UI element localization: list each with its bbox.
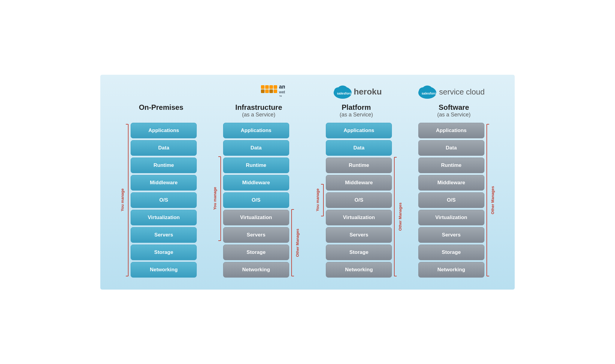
saas-title: Software	[407, 103, 501, 112]
bracket-iaas-left-group: You manage	[213, 156, 221, 244]
box-paas-networking: Networking	[326, 262, 392, 278]
service-cloud-logo: salesforce service cloud	[418, 84, 485, 99]
column-iaas: You manage Applications Data Runtime Mid…	[213, 123, 300, 278]
box-saas-data: Data	[418, 140, 484, 156]
main-content: You manage Applications Data Runtime Mid…	[112, 123, 503, 278]
on-premises-title: On-Premises	[115, 103, 208, 112]
svg-rect-5	[269, 89, 273, 93]
iaas-subtitle: (as a Service)	[212, 112, 305, 118]
box-op-servers: Servers	[131, 227, 197, 243]
box-paas-middleware: Middleware	[326, 175, 392, 191]
stack-saas: Applications Data Runtime Middleware O/S…	[418, 123, 484, 278]
box-iaas-servers: Servers	[223, 227, 289, 243]
column-on-premises: You manage Applications Data Runtime Mid…	[120, 123, 197, 278]
header-iaas: Infrastructure (as a Service)	[212, 103, 305, 118]
salesforce-cloud-service-icon: salesforce	[418, 84, 437, 99]
bracket-paas-left-group: You manage	[315, 184, 324, 217]
svg-rect-4	[265, 89, 269, 93]
headers-row: On-Premises Infrastructure (as a Service…	[112, 103, 503, 118]
box-iaas-storage: Storage	[223, 245, 289, 260]
box-saas-os: O/S	[418, 192, 484, 208]
bracket-svg-right-iaas	[291, 209, 295, 277]
svg-rect-7	[274, 89, 277, 93]
column-saas: Applications Data Runtime Middleware O/S…	[418, 123, 495, 278]
column-paas: You manage Applications Data Runtime Mid…	[315, 123, 402, 278]
box-op-os: O/S	[131, 192, 197, 208]
header-on-premises: On-Premises	[115, 103, 208, 118]
header-saas: Software (as a Service)	[407, 103, 501, 118]
saas-subtitle: (as a Service)	[407, 112, 501, 118]
aws-icon: amazon web services ™	[258, 84, 285, 100]
bracket-iaas-other-manages: Other Manages	[291, 209, 300, 277]
service-cloud-text: service cloud	[439, 87, 485, 97]
bracket-svg-left-paas	[320, 184, 324, 217]
box-paas-data: Data	[326, 140, 392, 156]
svg-text:web services: web services	[279, 90, 285, 94]
box-saas-networking: Networking	[418, 262, 484, 278]
box-iaas-runtime: Runtime	[223, 158, 289, 173]
bracket-saas-right-group: Other Manages	[486, 124, 495, 277]
svg-rect-6	[274, 85, 277, 89]
bracket-label-other-manages-paas: Other Manages	[398, 203, 402, 231]
bracket-label-you-manage-iaas: You manage	[213, 187, 217, 210]
paas-title: Platform	[310, 103, 403, 112]
bracket-label-other-manages-saas: Other Manages	[490, 186, 495, 214]
box-saas-applications: Applications	[418, 123, 484, 138]
bracket-iaas-right-group: Other Manages	[291, 124, 300, 277]
box-iaas-virtualization: Virtualization	[223, 210, 289, 225]
bracket-paas-right-group: Other Manages	[394, 124, 402, 277]
svg-text:amazon: amazon	[279, 84, 285, 90]
box-iaas-data: Data	[223, 140, 289, 156]
svg-text:salesforce: salesforce	[337, 92, 353, 95]
bracket-svg-left-op	[125, 124, 129, 277]
svg-rect-1	[265, 85, 269, 89]
svg-rect-3	[261, 89, 265, 93]
header-paas: Platform (as a Service)	[310, 103, 403, 118]
svg-rect-2	[269, 85, 273, 89]
box-op-applications: Applications	[131, 123, 197, 138]
iaas-title: Infrastructure	[212, 103, 305, 112]
logos-row: amazon web services ™ salesforce heroku	[112, 84, 503, 100]
box-paas-os: O/S	[326, 192, 392, 208]
box-iaas-networking: Networking	[223, 262, 289, 278]
bracket-svg-right-saas	[486, 124, 490, 277]
box-paas-servers: Servers	[326, 227, 392, 243]
box-saas-virtualization: Virtualization	[418, 210, 484, 225]
box-op-storage: Storage	[131, 245, 197, 260]
bracket-label-you-manage-paas: You manage	[315, 188, 320, 211]
box-saas-storage: Storage	[418, 245, 484, 260]
heroku-text: heroku	[354, 87, 382, 97]
box-op-middleware: Middleware	[131, 175, 197, 191]
box-paas-applications: Applications	[326, 123, 392, 138]
salesforce-cloud-heroku-icon: salesforce	[333, 84, 353, 99]
box-paas-storage: Storage	[326, 245, 392, 260]
box-saas-middleware: Middleware	[418, 175, 484, 191]
bracket-you-manage-on-premises: You manage	[120, 124, 129, 277]
bracket-spacer	[213, 241, 221, 244]
box-saas-servers: Servers	[418, 227, 484, 243]
svg-text:™: ™	[279, 95, 282, 98]
bracket-svg-right-paas	[394, 157, 398, 277]
stack-paas: Applications Data Runtime Middleware O/S…	[326, 123, 392, 278]
bracket-iaas-you-manage: You manage	[213, 156, 221, 241]
bracket-label-other-manages-iaas: Other Manages	[295, 229, 300, 257]
paas-subtitle: (as a Service)	[310, 112, 403, 118]
heroku-logo: salesforce heroku	[333, 84, 382, 99]
svg-text:salesforce: salesforce	[422, 92, 437, 95]
box-paas-virtualization: Virtualization	[326, 210, 392, 225]
stack-iaas: Applications Data Runtime Middleware O/S…	[223, 123, 289, 278]
svg-rect-0	[261, 85, 265, 89]
box-paas-runtime: Runtime	[326, 158, 392, 173]
bracket-paas-other-manages: Other Manages	[394, 157, 402, 277]
box-iaas-os: O/S	[223, 192, 289, 208]
box-op-runtime: Runtime	[131, 158, 197, 173]
aws-logo: amazon web services ™	[258, 84, 285, 100]
bracket-paas-you-manage: You manage	[315, 184, 324, 217]
box-saas-runtime: Runtime	[418, 158, 484, 173]
box-op-data: Data	[131, 140, 197, 156]
box-op-virtualization: Virtualization	[131, 210, 197, 225]
bracket-svg-left-iaas	[217, 156, 221, 241]
box-iaas-middleware: Middleware	[223, 175, 289, 191]
diagram-wrapper: amazon web services ™ salesforce heroku	[100, 75, 515, 290]
box-iaas-applications: Applications	[223, 123, 289, 138]
